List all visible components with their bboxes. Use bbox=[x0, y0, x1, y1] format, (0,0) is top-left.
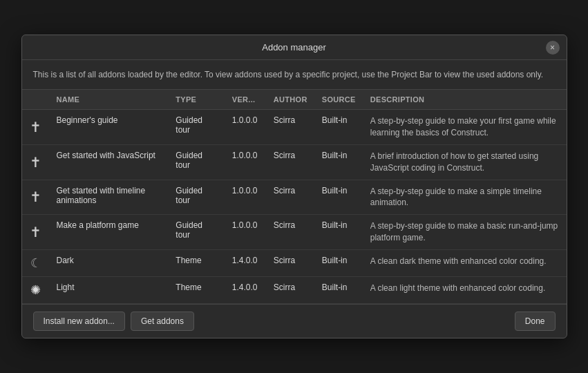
addon-icon-cell: ✝ bbox=[22, 144, 50, 180]
addon-version: 1.0.0.0 bbox=[225, 180, 267, 215]
cross-icon: ✝ bbox=[30, 189, 41, 204]
addon-version: 1.4.0.0 bbox=[225, 249, 267, 276]
addon-name: Dark bbox=[50, 249, 169, 276]
table-row[interactable]: ✝Make a platform gameGuided tour1.0.0.0S… bbox=[22, 215, 567, 250]
addon-type: Theme bbox=[169, 249, 225, 276]
addon-description: A clean dark theme with enhanced color c… bbox=[363, 249, 567, 276]
addon-name: Get started with JavaScript bbox=[50, 144, 169, 180]
addon-version: 1.0.0.0 bbox=[225, 215, 267, 250]
table-row[interactable]: ✝Beginner's guideGuided tour1.0.0.0Scirr… bbox=[22, 110, 567, 145]
addon-icon-cell: ✺ bbox=[22, 276, 50, 303]
addon-icon-cell: ✝ bbox=[22, 110, 50, 145]
col-source: SOURCE bbox=[315, 90, 363, 110]
addon-type: Guided tour bbox=[169, 144, 225, 180]
col-icon bbox=[22, 90, 50, 110]
addon-author: Scirra bbox=[267, 144, 315, 180]
addon-icon-cell: ☾ bbox=[22, 249, 50, 276]
table-row[interactable]: ✝Get started with timeline animationsGui… bbox=[22, 180, 567, 215]
addon-version: 1.4.0.0 bbox=[225, 276, 267, 303]
addon-source: Built-in bbox=[315, 215, 363, 250]
addon-description: A step-by-step guide to make your first … bbox=[363, 110, 567, 145]
addon-icon-cell: ✝ bbox=[22, 215, 50, 250]
table-row[interactable]: ✺LightTheme1.4.0.0ScirraBuilt-inA clean … bbox=[22, 276, 567, 303]
addon-name: Light bbox=[50, 276, 169, 303]
addon-source: Built-in bbox=[315, 110, 363, 145]
addon-name: Beginner's guide bbox=[50, 110, 169, 145]
addon-description: A step-by-step guide to make a basic run… bbox=[363, 215, 567, 250]
addon-source: Built-in bbox=[315, 180, 363, 215]
addon-name: Make a platform game bbox=[50, 215, 169, 250]
addon-author: Scirra bbox=[267, 276, 315, 303]
sun-icon: ✺ bbox=[30, 283, 41, 297]
table-row[interactable]: ☾DarkTheme1.4.0.0ScirraBuilt-inA clean d… bbox=[22, 249, 567, 276]
addon-version: 1.0.0.0 bbox=[225, 110, 267, 145]
addon-name: Get started with timeline animations bbox=[50, 180, 169, 215]
dialog-title: Addon manager bbox=[262, 42, 326, 52]
addon-type: Guided tour bbox=[169, 110, 225, 145]
table-header-row: NAME TYPE VER... AUTHOR SOURCE DESCRIPTI… bbox=[22, 90, 567, 110]
addon-type: Guided tour bbox=[169, 215, 225, 250]
addon-author: Scirra bbox=[267, 110, 315, 145]
dialog-footer: Install new addon... Get addons Done bbox=[22, 304, 567, 338]
addon-type: Theme bbox=[169, 276, 225, 303]
col-description: DESCRIPTION bbox=[363, 90, 567, 110]
addon-source: Built-in bbox=[315, 249, 363, 276]
addon-author: Scirra bbox=[267, 215, 315, 250]
addon-description: A step-by-step guide to make a simple ti… bbox=[363, 180, 567, 215]
dialog-title-bar: Addon manager × bbox=[22, 35, 567, 60]
col-author: AUTHOR bbox=[267, 90, 315, 110]
addons-table: NAME TYPE VER... AUTHOR SOURCE DESCRIPTI… bbox=[22, 90, 567, 303]
col-type: TYPE bbox=[169, 90, 225, 110]
table-row[interactable]: ✝Get started with JavaScriptGuided tour1… bbox=[22, 144, 567, 180]
col-version: VER... bbox=[225, 90, 267, 110]
install-new-addon-button[interactable]: Install new addon... bbox=[33, 312, 125, 331]
addon-source: Built-in bbox=[315, 276, 363, 303]
addon-source: Built-in bbox=[315, 144, 363, 180]
footer-left-buttons: Install new addon... Get addons bbox=[33, 312, 194, 331]
get-addons-button[interactable]: Get addons bbox=[131, 312, 194, 331]
addon-author: Scirra bbox=[267, 249, 315, 276]
addon-description: A brief introduction of how to get start… bbox=[363, 144, 567, 180]
addon-type: Guided tour bbox=[169, 180, 225, 215]
cross-icon: ✝ bbox=[30, 155, 41, 170]
addons-table-container: NAME TYPE VER... AUTHOR SOURCE DESCRIPTI… bbox=[22, 90, 567, 303]
moon-icon: ☾ bbox=[30, 256, 41, 270]
addon-author: Scirra bbox=[267, 180, 315, 215]
done-button[interactable]: Done bbox=[515, 312, 556, 331]
addon-icon-cell: ✝ bbox=[22, 180, 50, 215]
addon-version: 1.0.0.0 bbox=[225, 144, 267, 180]
addon-description: A clean light theme with enhanced color … bbox=[363, 276, 567, 303]
cross-icon: ✝ bbox=[30, 119, 41, 135]
close-button[interactable]: × bbox=[546, 41, 560, 55]
col-name: NAME bbox=[50, 90, 169, 110]
addon-manager-dialog: Addon manager × This is a list of all ad… bbox=[21, 35, 567, 338]
cross-icon: ✝ bbox=[30, 224, 41, 240]
dialog-description: This is a list of all addons loaded by t… bbox=[22, 60, 567, 90]
